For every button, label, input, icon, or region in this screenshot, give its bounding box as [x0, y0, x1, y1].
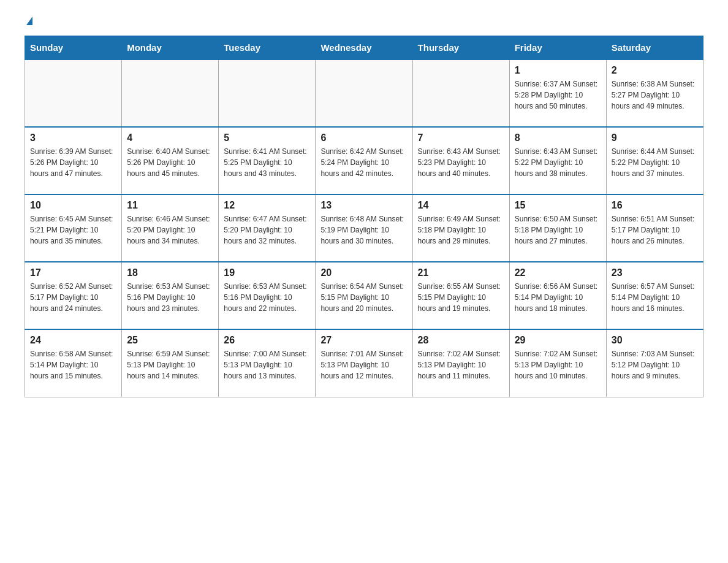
day-info: Sunrise: 7:02 AM Sunset: 5:13 PM Dayligh…: [515, 348, 601, 381]
day-info: Sunrise: 6:42 AM Sunset: 5:24 PM Dayligh…: [320, 146, 407, 179]
calendar-cell: 2Sunrise: 6:38 AM Sunset: 5:27 PM Daylig…: [606, 59, 703, 127]
calendar-cell: 5Sunrise: 6:41 AM Sunset: 5:25 PM Daylig…: [219, 127, 316, 194]
day-number: 24: [30, 335, 116, 346]
day-number: 2: [612, 65, 698, 76]
day-info: Sunrise: 6:51 AM Sunset: 5:17 PM Dayligh…: [612, 213, 698, 247]
day-number: 15: [515, 200, 601, 211]
day-info: Sunrise: 6:59 AM Sunset: 5:13 PM Dayligh…: [127, 348, 213, 381]
day-number: 3: [30, 132, 116, 144]
calendar-week-row: 1Sunrise: 6:37 AM Sunset: 5:28 PM Daylig…: [25, 59, 703, 127]
calendar-cell: 1Sunrise: 6:37 AM Sunset: 5:28 PM Daylig…: [509, 59, 606, 127]
page-header: [25, 18, 703, 27]
logo: [25, 18, 32, 27]
day-info: Sunrise: 6:38 AM Sunset: 5:27 PM Dayligh…: [612, 79, 698, 112]
day-number: 30: [612, 335, 698, 346]
day-of-week-header: Monday: [122, 36, 219, 60]
day-number: 28: [418, 335, 504, 346]
day-info: Sunrise: 6:43 AM Sunset: 5:23 PM Dayligh…: [418, 146, 504, 179]
calendar-header-row: SundayMondayTuesdayWednesdayThursdayFrid…: [25, 36, 703, 60]
calendar-cell: [25, 59, 122, 127]
day-info: Sunrise: 6:39 AM Sunset: 5:26 PM Dayligh…: [30, 146, 116, 179]
calendar-cell: 17Sunrise: 6:52 AM Sunset: 5:17 PM Dayli…: [25, 262, 122, 329]
calendar-cell: [412, 59, 509, 127]
day-number: 14: [418, 200, 504, 211]
day-number: 4: [127, 132, 213, 144]
calendar-cell: [219, 59, 316, 127]
day-of-week-header: Thursday: [412, 36, 509, 60]
day-number: 11: [127, 200, 213, 211]
day-number: 25: [127, 335, 213, 346]
calendar-cell: 9Sunrise: 6:44 AM Sunset: 5:22 PM Daylig…: [606, 127, 703, 194]
day-number: 21: [418, 267, 504, 278]
day-number: 17: [30, 267, 116, 278]
day-number: 20: [320, 267, 407, 278]
calendar-week-row: 24Sunrise: 6:58 AM Sunset: 5:14 PM Dayli…: [25, 329, 703, 397]
calendar-cell: 25Sunrise: 6:59 AM Sunset: 5:13 PM Dayli…: [122, 329, 219, 397]
day-of-week-header: Friday: [509, 36, 606, 60]
calendar-cell: 27Sunrise: 7:01 AM Sunset: 5:13 PM Dayli…: [316, 329, 412, 397]
day-number: 8: [515, 132, 601, 144]
day-info: Sunrise: 6:37 AM Sunset: 5:28 PM Dayligh…: [515, 79, 601, 112]
day-of-week-header: Wednesday: [316, 36, 412, 60]
day-number: 22: [515, 267, 601, 278]
calendar-cell: 3Sunrise: 6:39 AM Sunset: 5:26 PM Daylig…: [25, 127, 122, 194]
day-info: Sunrise: 6:43 AM Sunset: 5:22 PM Dayligh…: [515, 146, 601, 179]
day-info: Sunrise: 6:47 AM Sunset: 5:20 PM Dayligh…: [224, 213, 310, 247]
day-number: 6: [320, 132, 407, 144]
day-number: 26: [224, 335, 310, 346]
day-info: Sunrise: 6:48 AM Sunset: 5:19 PM Dayligh…: [320, 213, 407, 247]
day-number: 5: [224, 132, 310, 144]
day-number: 7: [418, 132, 504, 144]
day-info: Sunrise: 6:53 AM Sunset: 5:16 PM Dayligh…: [127, 281, 213, 314]
calendar-table: SundayMondayTuesdayWednesdayThursdayFrid…: [25, 36, 703, 397]
day-info: Sunrise: 7:02 AM Sunset: 5:13 PM Dayligh…: [418, 348, 504, 381]
day-number: 27: [320, 335, 407, 346]
calendar-cell: 29Sunrise: 7:02 AM Sunset: 5:13 PM Dayli…: [509, 329, 606, 397]
day-info: Sunrise: 6:44 AM Sunset: 5:22 PM Dayligh…: [612, 146, 698, 179]
calendar-cell: 20Sunrise: 6:54 AM Sunset: 5:15 PM Dayli…: [316, 262, 412, 329]
calendar-cell: 6Sunrise: 6:42 AM Sunset: 5:24 PM Daylig…: [316, 127, 412, 194]
day-number: 1: [515, 65, 601, 76]
logo-triangle-icon: [26, 17, 32, 25]
calendar-cell: 16Sunrise: 6:51 AM Sunset: 5:17 PM Dayli…: [606, 194, 703, 262]
day-info: Sunrise: 6:54 AM Sunset: 5:15 PM Dayligh…: [320, 281, 407, 314]
calendar-cell: 24Sunrise: 6:58 AM Sunset: 5:14 PM Dayli…: [25, 329, 122, 397]
calendar-cell: 4Sunrise: 6:40 AM Sunset: 5:26 PM Daylig…: [122, 127, 219, 194]
calendar-cell: 10Sunrise: 6:45 AM Sunset: 5:21 PM Dayli…: [25, 194, 122, 262]
day-info: Sunrise: 6:46 AM Sunset: 5:20 PM Dayligh…: [127, 213, 213, 247]
calendar-cell: [122, 59, 219, 127]
day-info: Sunrise: 6:55 AM Sunset: 5:15 PM Dayligh…: [418, 281, 504, 314]
calendar-cell: [316, 59, 412, 127]
day-number: 29: [515, 335, 601, 346]
day-number: 12: [224, 200, 310, 211]
day-info: Sunrise: 6:49 AM Sunset: 5:18 PM Dayligh…: [418, 213, 504, 247]
calendar-week-row: 10Sunrise: 6:45 AM Sunset: 5:21 PM Dayli…: [25, 194, 703, 262]
calendar-cell: 26Sunrise: 7:00 AM Sunset: 5:13 PM Dayli…: [219, 329, 316, 397]
calendar-week-row: 17Sunrise: 6:52 AM Sunset: 5:17 PM Dayli…: [25, 262, 703, 329]
calendar-cell: 11Sunrise: 6:46 AM Sunset: 5:20 PM Dayli…: [122, 194, 219, 262]
day-info: Sunrise: 6:50 AM Sunset: 5:18 PM Dayligh…: [515, 213, 601, 247]
day-of-week-header: Tuesday: [219, 36, 316, 60]
day-number: 9: [612, 132, 698, 144]
day-info: Sunrise: 6:53 AM Sunset: 5:16 PM Dayligh…: [224, 281, 310, 314]
day-of-week-header: Sunday: [25, 36, 122, 60]
day-info: Sunrise: 6:57 AM Sunset: 5:14 PM Dayligh…: [612, 281, 698, 314]
calendar-cell: 14Sunrise: 6:49 AM Sunset: 5:18 PM Dayli…: [412, 194, 509, 262]
day-info: Sunrise: 6:41 AM Sunset: 5:25 PM Dayligh…: [224, 146, 310, 179]
day-info: Sunrise: 7:01 AM Sunset: 5:13 PM Dayligh…: [320, 348, 407, 381]
calendar-cell: 23Sunrise: 6:57 AM Sunset: 5:14 PM Dayli…: [606, 262, 703, 329]
calendar-cell: 18Sunrise: 6:53 AM Sunset: 5:16 PM Dayli…: [122, 262, 219, 329]
day-number: 19: [224, 267, 310, 278]
day-info: Sunrise: 6:56 AM Sunset: 5:14 PM Dayligh…: [515, 281, 601, 314]
calendar-cell: 19Sunrise: 6:53 AM Sunset: 5:16 PM Dayli…: [219, 262, 316, 329]
calendar-cell: 15Sunrise: 6:50 AM Sunset: 5:18 PM Dayli…: [509, 194, 606, 262]
calendar-cell: 8Sunrise: 6:43 AM Sunset: 5:22 PM Daylig…: [509, 127, 606, 194]
calendar-cell: 12Sunrise: 6:47 AM Sunset: 5:20 PM Dayli…: [219, 194, 316, 262]
calendar-cell: 22Sunrise: 6:56 AM Sunset: 5:14 PM Dayli…: [509, 262, 606, 329]
calendar-cell: 21Sunrise: 6:55 AM Sunset: 5:15 PM Dayli…: [412, 262, 509, 329]
calendar-cell: 13Sunrise: 6:48 AM Sunset: 5:19 PM Dayli…: [316, 194, 412, 262]
day-number: 23: [612, 267, 698, 278]
day-info: Sunrise: 6:45 AM Sunset: 5:21 PM Dayligh…: [30, 213, 116, 247]
day-info: Sunrise: 7:00 AM Sunset: 5:13 PM Dayligh…: [224, 348, 310, 381]
day-number: 16: [612, 200, 698, 211]
